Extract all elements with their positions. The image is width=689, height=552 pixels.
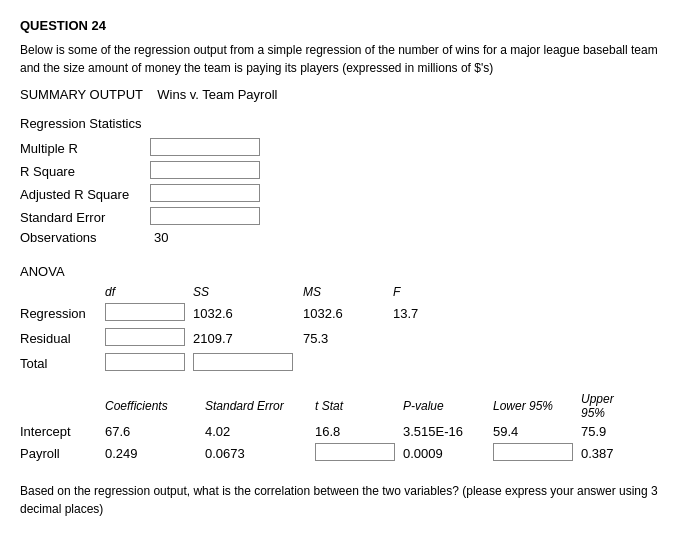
anova-regression-f: 13.7 <box>393 306 418 321</box>
coeff-header-row: Coefficients Standard Error t Stat P-val… <box>20 390 622 422</box>
regression-statistics-header: Regression Statistics <box>20 116 669 131</box>
regression-statistics-table: Multiple R R Square Adjusted R Square St… <box>20 137 260 246</box>
table-row: Residual 2109.7 75.3 <box>20 326 473 351</box>
footer-text: Based on the regression output, what is … <box>20 482 669 518</box>
anova-col-df: df <box>105 283 193 301</box>
payroll-tstat-input[interactable] <box>315 443 395 461</box>
anova-table: df SS MS F Regression 1032.6 1032.6 <box>20 283 473 376</box>
anova-total-ss-cell <box>193 351 303 376</box>
anova-total-df-input[interactable] <box>105 353 185 371</box>
anova-residual-df-cell <box>105 326 193 351</box>
adj-r-square-label: Adjusted R Square <box>20 183 150 206</box>
anova-residual-df-input[interactable] <box>105 328 185 346</box>
anova-header-row: df SS MS F <box>20 283 473 301</box>
intercept-lower95: 59.4 <box>493 422 581 441</box>
question-title: QUESTION 24 <box>20 18 669 33</box>
table-row: Observations 30 <box>20 229 260 246</box>
anova-regression-ss-cell: 1032.6 <box>193 301 303 326</box>
anova-residual-ms-cell: 75.3 <box>303 326 393 351</box>
coeff-col-lower95: Lower 95% <box>493 390 581 422</box>
std-error-label: Standard Error <box>20 206 150 229</box>
table-row: Total <box>20 351 473 376</box>
anova-regression-ss: 1032.6 <box>193 306 233 321</box>
anova-residual-ss-cell: 2109.7 <box>193 326 303 351</box>
anova-total-ss-input[interactable] <box>193 353 293 371</box>
intercept-label: Intercept <box>20 422 105 441</box>
payroll-tstat-cell <box>315 441 403 466</box>
adj-r-square-input-cell <box>150 183 260 206</box>
intercept-upper95: 75.9 <box>581 422 622 441</box>
anova-section: ANOVA df SS MS F Regression 1032.6 <box>20 264 669 376</box>
summary-output-label: SUMMARY OUTPUT Wins v. Team Payroll <box>20 87 669 102</box>
intercept-se: 4.02 <box>205 422 315 441</box>
anova-col-ms: MS <box>303 283 393 301</box>
anova-residual-label: Residual <box>20 326 105 351</box>
coeff-col-se: Standard Error <box>205 390 315 422</box>
payroll-lower95-input[interactable] <box>493 443 573 461</box>
coeff-col-coefficients: Coefficients <box>105 390 205 422</box>
multiple-r-label: Multiple R <box>20 137 150 160</box>
anova-total-df-cell <box>105 351 193 376</box>
coeff-col-pvalue: P-value <box>403 390 493 422</box>
anova-residual-ss: 2109.7 <box>193 331 233 346</box>
summary-output-text: SUMMARY OUTPUT <box>20 87 143 102</box>
table-row: Standard Error <box>20 206 260 229</box>
coefficients-section: Coefficients Standard Error t Stat P-val… <box>20 390 669 466</box>
anova-regression-df-cell <box>105 301 193 326</box>
coefficients-table: Coefficients Standard Error t Stat P-val… <box>20 390 622 466</box>
table-row: Multiple R <box>20 137 260 160</box>
intercept-coeff: 67.6 <box>105 422 205 441</box>
r-square-input[interactable] <box>150 161 260 179</box>
anova-regression-ms: 1032.6 <box>303 306 343 321</box>
std-error-input-cell <box>150 206 260 229</box>
wins-title: Wins v. Team Payroll <box>157 87 277 102</box>
intercept-tstat: 16.8 <box>315 422 403 441</box>
payroll-pvalue: 0.0009 <box>403 441 493 466</box>
anova-residual-ms: 75.3 <box>303 331 328 346</box>
std-error-input[interactable] <box>150 207 260 225</box>
table-row: Regression 1032.6 1032.6 13.7 <box>20 301 473 326</box>
intro-text: Below is some of the regression output f… <box>20 41 669 77</box>
table-row: Payroll 0.249 0.0673 0.0009 0.387 <box>20 441 622 466</box>
payroll-se: 0.0673 <box>205 441 315 466</box>
observations-label: Observations <box>20 229 150 246</box>
table-row: Intercept 67.6 4.02 16.8 3.515E-16 59.4 … <box>20 422 622 441</box>
r-square-label: R Square <box>20 160 150 183</box>
table-row: Adjusted R Square <box>20 183 260 206</box>
anova-col-empty <box>20 283 105 301</box>
upper95-header: Upper95% <box>581 392 614 420</box>
r-square-input-cell <box>150 160 260 183</box>
table-row: R Square <box>20 160 260 183</box>
intercept-pvalue: 3.515E-16 <box>403 422 493 441</box>
coeff-col-label <box>20 390 105 422</box>
observations-value: 30 <box>150 230 168 245</box>
multiple-r-input-cell <box>150 137 260 160</box>
anova-regression-df-input[interactable] <box>105 303 185 321</box>
anova-title: ANOVA <box>20 264 669 279</box>
coeff-col-tstat: t Stat <box>315 390 403 422</box>
multiple-r-input[interactable] <box>150 138 260 156</box>
anova-residual-f-cell <box>393 326 473 351</box>
anova-regression-f-cell: 13.7 <box>393 301 473 326</box>
anova-col-ss: SS <box>193 283 303 301</box>
payroll-lower95-cell <box>493 441 581 466</box>
observations-value-cell: 30 <box>150 229 260 246</box>
anova-regression-ms-cell: 1032.6 <box>303 301 393 326</box>
coeff-col-upper95: Upper95% <box>581 390 622 422</box>
anova-total-label: Total <box>20 351 105 376</box>
payroll-upper95: 0.387 <box>581 441 622 466</box>
payroll-coeff: 0.249 <box>105 441 205 466</box>
anova-total-ms-cell <box>303 351 393 376</box>
adj-r-square-input[interactable] <box>150 184 260 202</box>
anova-total-f-cell <box>393 351 473 376</box>
payroll-label: Payroll <box>20 441 105 466</box>
anova-regression-label: Regression <box>20 301 105 326</box>
anova-col-f: F <box>393 283 473 301</box>
